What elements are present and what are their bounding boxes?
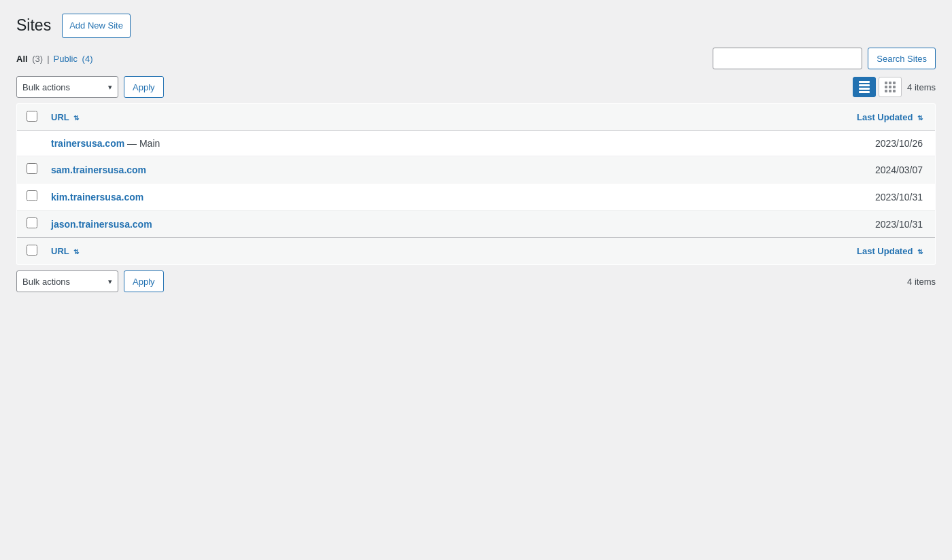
view-toggle — [853, 77, 902, 97]
table-header-row: URL ⇅ Last Updated ⇅ — [17, 104, 936, 131]
col-header-last-updated[interactable]: Last Updated ⇅ — [786, 104, 936, 131]
row-last-updated-cell: 2023/10/31 — [786, 183, 936, 211]
chevron-down-icon: ▾ — [108, 83, 112, 92]
row-checkbox[interactable] — [27, 217, 37, 228]
row-last-updated-cell: 2023/10/26 — [786, 131, 936, 156]
bottom-actions-bar: Bulk actions ▾ Apply 4 items — [16, 270, 936, 292]
filter-all[interactable]: All (3) — [16, 54, 43, 64]
filter-public[interactable]: Public (4) — [54, 54, 93, 64]
items-count-top: 4 items — [907, 82, 936, 92]
select-all-checkbox-cell — [17, 104, 44, 131]
row-url-cell: kim.trainersusa.com — [43, 183, 786, 211]
chevron-down-icon-bottom: ▾ — [108, 277, 112, 286]
row-checkbox-cell — [17, 156, 44, 183]
table-row: trainersusa.com — Main2023/10/26 — [17, 131, 936, 156]
apply-button-bottom[interactable]: Apply — [124, 270, 164, 292]
add-new-site-button[interactable]: Add New Site — [62, 14, 131, 38]
top-actions-bar: Bulk actions ▾ Apply 4 items — [16, 76, 936, 98]
bulk-actions-left-bottom: Bulk actions ▾ Apply — [16, 270, 164, 292]
list-view-button[interactable] — [853, 77, 876, 97]
sort-last-updated-icon: ⇅ — [917, 114, 923, 122]
apply-button-top[interactable]: Apply — [124, 76, 164, 98]
search-input[interactable] — [713, 48, 862, 69]
site-url-link[interactable]: kim.trainersusa.com — [51, 192, 143, 203]
grid-view-button[interactable] — [879, 77, 902, 97]
row-url-cell: trainersusa.com — Main — [43, 131, 786, 156]
search-sites-button[interactable]: Search Sites — [868, 48, 936, 69]
row-checkbox[interactable] — [27, 163, 37, 174]
select-all-checkbox-bottom[interactable] — [27, 245, 37, 256]
bulk-actions-left: Bulk actions ▾ Apply — [16, 76, 164, 98]
table-row: sam.trainersusa.com2024/03/07 — [17, 156, 936, 183]
bulk-actions-label-bottom: Bulk actions — [22, 277, 70, 287]
site-url-link[interactable]: sam.trainersusa.com — [51, 164, 146, 175]
site-url-link[interactable]: trainersusa.com — [51, 138, 124, 149]
sort-url-icon-bottom: ⇅ — [73, 248, 79, 256]
row-url-cell: sam.trainersusa.com — [43, 156, 786, 183]
select-all-checkbox-cell-bottom — [17, 238, 44, 265]
site-label: — Main — [124, 138, 160, 149]
table-row: jason.trainersusa.com2023/10/31 — [17, 211, 936, 238]
row-checkbox[interactable] — [27, 190, 37, 201]
items-count-bottom: 4 items — [907, 277, 936, 287]
search-box: Search Sites — [713, 48, 936, 69]
row-checkbox-cell — [17, 183, 44, 211]
grid-icon — [885, 82, 896, 92]
sites-table: URL ⇅ Last Updated ⇅ trainersusa.com — M… — [16, 103, 936, 265]
page-header: Sites Add New Site — [16, 14, 936, 38]
page-title: Sites — [16, 16, 51, 36]
select-all-checkbox[interactable] — [27, 111, 37, 122]
actions-right: 4 items — [853, 77, 936, 97]
view-filter: All (3) | Public (4) — [16, 54, 92, 64]
table-row: kim.trainersusa.com2023/10/31 — [17, 183, 936, 211]
bulk-actions-dropdown[interactable]: Bulk actions ▾ — [16, 76, 118, 98]
row-checkbox-cell — [17, 131, 44, 156]
table-body: trainersusa.com — Main2023/10/26sam.trai… — [17, 131, 936, 238]
row-url-cell: jason.trainersusa.com — [43, 211, 786, 238]
filter-bar: All (3) | Public (4) Search Sites — [16, 48, 936, 69]
list-icon — [859, 81, 870, 93]
row-last-updated-cell: 2023/10/31 — [786, 211, 936, 238]
col-header-url[interactable]: URL ⇅ — [43, 104, 786, 131]
row-checkbox-cell — [17, 211, 44, 238]
row-last-updated-cell: 2024/03/07 — [786, 156, 936, 183]
bulk-actions-dropdown-bottom[interactable]: Bulk actions ▾ — [16, 270, 118, 292]
filter-separator: | — [47, 54, 49, 64]
col-footer-url[interactable]: URL ⇅ — [43, 238, 786, 265]
sort-url-icon: ⇅ — [73, 114, 79, 122]
bulk-actions-label: Bulk actions — [22, 82, 70, 92]
sort-last-updated-icon-bottom: ⇅ — [917, 248, 923, 256]
table-footer-row: URL ⇅ Last Updated ⇅ — [17, 238, 936, 265]
col-footer-last-updated[interactable]: Last Updated ⇅ — [786, 238, 936, 265]
site-url-link[interactable]: jason.trainersusa.com — [51, 219, 152, 230]
